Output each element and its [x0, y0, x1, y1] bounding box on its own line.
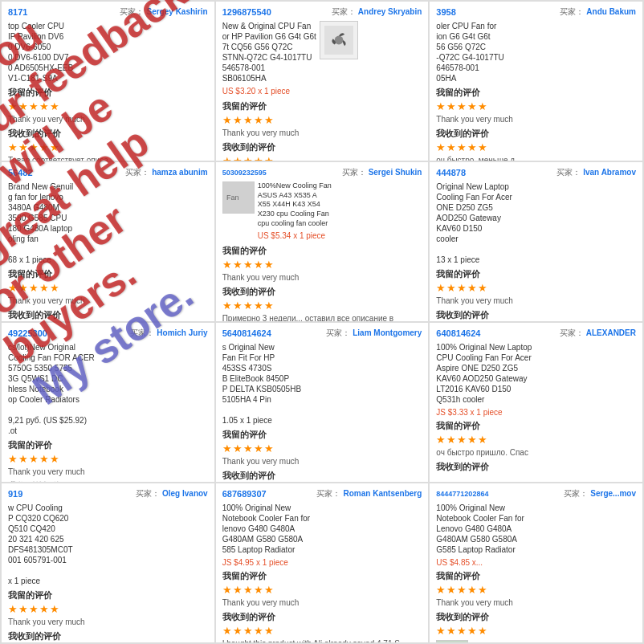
svg-rect-4: [437, 641, 467, 643]
buyer-label: 买家：: [130, 328, 154, 337]
review-cell-3: 3958 买家： Andu Bakum oler CPU Fan for ion…: [429, 1, 643, 161]
product-image-bottom: [436, 640, 468, 643]
buyer-name: Sergei Shukin: [369, 168, 422, 177]
my-review-label: 我留的评价: [222, 429, 422, 441]
review-text: Thank you very much: [222, 597, 422, 608]
my-review-label: 我留的评价: [436, 87, 636, 99]
review-text: Thank you very much: [436, 296, 636, 306]
order-number: 50309232595: [222, 169, 267, 177]
my-review-label: 我留的评价: [8, 268, 208, 280]
order-number: 8444771202864: [436, 490, 488, 498]
my-review-label: 我留的评价: [436, 570, 636, 582]
product-text: 100%New Cooling Fan ASUS A43 X535 A X55 …: [258, 181, 332, 228]
received-stars: ★★★★★: [436, 625, 636, 637]
buyer-name: Homich Juriy: [157, 328, 207, 337]
received-stars: ★★★★★: [8, 141, 208, 153]
buyer-name: Sergey Kashirin: [147, 7, 208, 16]
buyer-name: Andu Bakum: [586, 7, 636, 16]
my-stars: ★★★★★: [436, 434, 636, 446]
received-review: Товар соответствует описа: [8, 155, 208, 161]
received-review: оч быстро. меньше д: [436, 155, 636, 161]
buyer-name: Serge...mov: [590, 489, 636, 498]
received-review: I bought this product with Ali already s…: [222, 638, 422, 643]
buyer-label: 买家：: [125, 168, 149, 177]
buyer-label: 买家：: [136, 489, 160, 498]
order-number: 5640814624: [222, 328, 271, 338]
my-stars: ★★★★★: [222, 584, 422, 596]
buyer-label: 买家：: [560, 7, 584, 16]
received-stars: ★★★★★: [222, 300, 422, 312]
review-text: Thank you very much: [436, 114, 636, 124]
product-text: cs/lot)New Original Cooling Fan FOR ACER…: [8, 342, 208, 436]
received-label: 我收到的评价: [436, 309, 636, 321]
product-text: Original New Laptop Cooling Fan For Acer…: [436, 181, 636, 265]
received-label: 我收到的评价: [436, 128, 636, 140]
review-cell-5: 50309232595 买家： Sergei Shukin Fan 100%Ne…: [215, 161, 430, 322]
product-text: w CPU Cooling P CQ320 CQ620 Q510 CQ420 2…: [8, 503, 208, 586]
product-text: 100% Original New Notebook Cooler Fan fo…: [222, 503, 422, 555]
product-text: s Original New Fan Fit For HP 453SS 4730…: [222, 342, 422, 426]
order-number: 1296875540: [222, 7, 271, 17]
order-number: 56482: [8, 168, 33, 177]
buyer-name: Andrey Skryabin: [358, 7, 422, 16]
received-stars: ★★★★★: [436, 141, 636, 153]
received-stars: ★★★★★: [222, 155, 422, 161]
review-cell-10: 919 买家： Oleg Ivanov w CPU Cooling P CQ32…: [1, 483, 215, 643]
reviews-grid: 8171 买家： Sergey Kashirin top Cooler CPU …: [0, 0, 644, 644]
price-text: JS $3.33 x 1 piece: [436, 408, 636, 417]
review-text: Thank you very much: [8, 296, 208, 306]
price-text: US $4.85 x...: [436, 558, 636, 567]
review-text: Thank you very much: [8, 617, 208, 627]
my-review-label: 我留的评价: [222, 100, 422, 112]
product-image: [320, 21, 358, 59]
received-stars: ★★★★★: [222, 625, 422, 637]
order-number: 3958: [436, 7, 455, 17]
price-text: JS $4.95 x 1 piece: [222, 558, 422, 567]
product-text: oler CPU Fan for ion G6 G4t G6t 56 G56 Q…: [436, 21, 636, 84]
review-cell-9: 640814624 买家： ALEXANDER 100% Original Ne…: [429, 322, 643, 483]
my-review-label: 我留的评价: [8, 87, 208, 99]
received-label: 我收到的评价: [8, 309, 208, 321]
my-stars: ★★★★★: [222, 114, 422, 126]
buyer-label: 买家：: [556, 168, 581, 177]
product-text: top Cooler CPU IP Pavilion DV6 0 DV6-605…: [8, 21, 208, 84]
review-cell-7: 49225300 买家： Homich Juriy cs/lot)New Ori…: [1, 322, 215, 483]
order-number: 444878: [436, 168, 466, 177]
review-cell-8: 5640814624 买家： Liam Montgomery s Origina…: [215, 322, 430, 483]
buyer-label: 买家：: [326, 328, 350, 337]
buyer-name: ALEXANDER: [586, 328, 636, 337]
my-stars: ★★★★★: [8, 603, 208, 615]
received-label: 我收到的评价: [222, 286, 422, 298]
buyer-label: 买家：: [120, 7, 144, 16]
buyer-name: Liam Montgomery: [353, 328, 422, 337]
price-text: US $5.34 x 1 piece: [258, 231, 332, 240]
my-stars: ★★★★★: [8, 453, 208, 465]
review-cell-6: 444878 买家： Ivan Abramov Original New Lap…: [429, 161, 643, 322]
received-label: 我收到的评价: [222, 470, 422, 482]
buyer-name: Ivan Abramov: [583, 168, 636, 177]
product-image: Fan: [222, 181, 255, 214]
buyer-label: 买家：: [316, 489, 340, 498]
received-label: 我收到的评价: [8, 630, 208, 642]
svg-point-1: [334, 36, 343, 45]
review-text: Thank you very much: [8, 467, 208, 477]
review-text: Thank you very much: [8, 114, 208, 124]
buyer-label: 买家：: [564, 489, 588, 498]
my-stars: ★★★★★: [436, 282, 636, 294]
review-text: Thank you very much: [436, 597, 636, 608]
product-text: 100% Original New Notebook Cooler Fan fo…: [436, 503, 636, 555]
my-review-label: 我留的评价: [436, 268, 636, 280]
my-review-label: 我留的评价: [8, 439, 208, 451]
review-cell-12: 8444771202864 买家： Serge...mov 100% Origi…: [429, 483, 643, 643]
buyer-label: 买家：: [332, 7, 356, 16]
my-stars: ★★★★★: [436, 100, 636, 112]
order-number: 8171: [8, 7, 27, 17]
review-text: Thank you very much: [222, 128, 422, 138]
product-text: New & Original CPU Fan or HP Pavilion G6…: [222, 21, 316, 84]
my-review-label: 我留的评价: [222, 570, 422, 582]
order-number: 640814624: [436, 328, 480, 338]
review-text: оч быстро пришло. Спас: [436, 447, 636, 458]
buyer-label: 买家：: [560, 328, 584, 337]
received-label: 我收到的评价: [222, 141, 422, 153]
product-text: Brand New Genuil g fan for lenovo 3480A …: [8, 181, 208, 265]
